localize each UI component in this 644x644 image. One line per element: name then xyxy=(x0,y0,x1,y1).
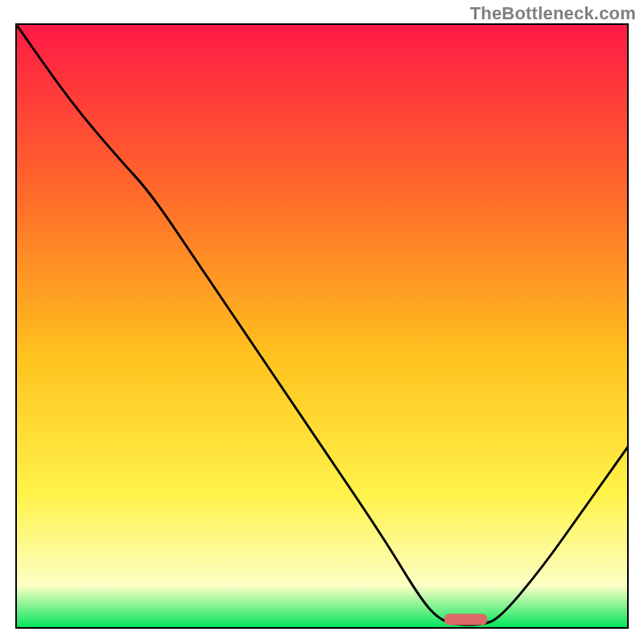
chart-container: { "watermark": "TheBottleneck.com", "col… xyxy=(0,0,644,644)
optimal-marker xyxy=(444,614,487,625)
plot-background xyxy=(16,24,628,628)
bottleneck-chart xyxy=(0,0,644,644)
watermark-text: TheBottleneck.com xyxy=(470,3,636,24)
